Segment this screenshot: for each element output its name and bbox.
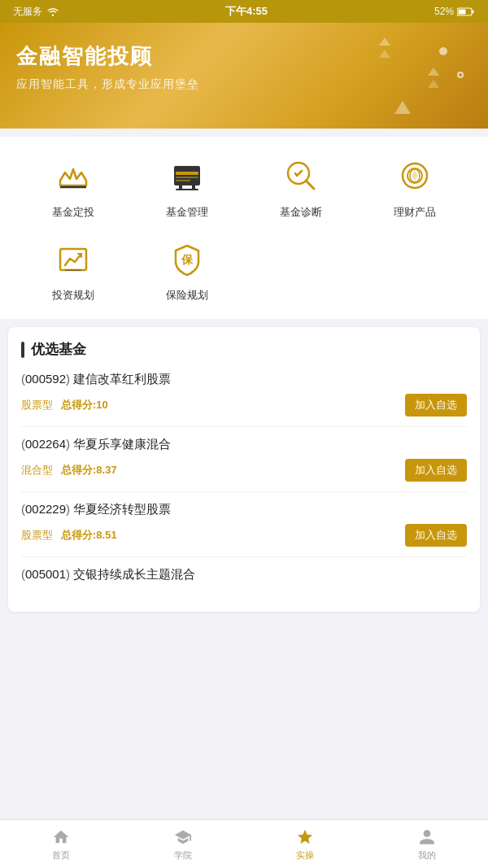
fund-type-0: 股票型 [21, 398, 53, 412]
grid-label-wealth-product: 理财产品 [394, 205, 436, 220]
grid-item-insurance-plan[interactable]: 保 保险规划 [130, 236, 244, 303]
svg-rect-5 [174, 166, 200, 185]
icon-grid-row2: 投资规划 保 保险规划 [8, 236, 480, 303]
fund-score-0: 总得分:10 [61, 398, 108, 412]
fund-score-2: 总得分:8.51 [61, 528, 117, 543]
mine-icon [417, 827, 437, 847]
nav-item-mine[interactable]: 我的 [366, 820, 488, 868]
deco-arrows-left [379, 37, 390, 58]
svg-rect-8 [176, 180, 190, 181]
nav-label-home: 首页 [52, 849, 70, 861]
section-title: 优选基金 [21, 340, 467, 359]
status-time: 下午4:55 [225, 4, 268, 19]
hero-title: 金融智能投顾 [16, 42, 472, 71]
fund-meta-0: 股票型 总得分:10 加入自选 [21, 394, 467, 417]
fund-meta-left-1: 混合型 总得分:8.37 [21, 463, 117, 478]
grid-item-fund-manage[interactable]: 基金管理 [130, 153, 244, 220]
grid-placeholder-1 [244, 236, 358, 303]
bottom-nav: 首页 学院 实操 我的 [0, 819, 488, 868]
fund-name-3: (005001) 交银持续成长主题混合 [21, 567, 467, 582]
grid-label-insurance-plan: 保险规划 [166, 288, 208, 303]
fund-manage-icon [164, 153, 210, 198]
fund-score-1: 总得分:8.37 [61, 463, 117, 478]
grid-label-invest-plan: 投资规划 [52, 288, 94, 303]
grid-item-fund-diagnose[interactable]: 基金诊断 [244, 153, 358, 220]
grid-item-wealth-product[interactable]: 理财产品 [358, 153, 472, 220]
fund-section: 优选基金 (000592) 建信改革红利股票 股票型 总得分:10 加入自选 [8, 327, 480, 612]
svg-marker-16 [412, 170, 418, 181]
nav-item-home[interactable]: 首页 [0, 820, 122, 868]
fund-meta-1: 混合型 总得分:8.37 加入自选 [21, 459, 467, 482]
grid-label-fund-fixed: 基金定投 [52, 205, 94, 220]
deco-circle [439, 47, 447, 55]
icon-grid: 基金定投 基金管理 [8, 153, 480, 220]
status-bar: 无服务 下午4:55 52% [0, 0, 488, 23]
svg-text:保: 保 [181, 253, 194, 266]
fund-meta-left-0: 股票型 总得分:10 [21, 398, 108, 412]
invest-plan-icon [50, 236, 96, 281]
fund-name-0: (000592) 建信改革红利股票 [21, 372, 467, 387]
nav-label-mine: 我的 [418, 849, 436, 861]
fund-item-1: (002264) 华夏乐享健康混合 混合型 总得分:8.37 加入自选 [21, 437, 467, 492]
fund-meta-left-2: 股票型 总得分:8.51 [21, 528, 117, 543]
svg-rect-1 [473, 10, 474, 13]
fund-item-3: (005001) 交银持续成长主题混合 [21, 567, 467, 599]
fund-item-2: (002229) 华夏经济转型股票 股票型 总得分:8.51 加入自选 [21, 502, 467, 557]
nav-label-practice: 实操 [296, 849, 314, 861]
svg-rect-10 [192, 185, 195, 189]
fund-name-2: (002229) 华夏经济转型股票 [21, 502, 467, 517]
svg-rect-7 [176, 177, 198, 178]
svg-rect-9 [179, 185, 182, 189]
add-btn-1[interactable]: 加入自选 [405, 459, 467, 482]
svg-rect-6 [176, 172, 198, 175]
wealth-product-icon [392, 153, 438, 198]
fund-type-1: 混合型 [21, 463, 53, 478]
grid-item-invest-plan[interactable]: 投资规划 [16, 236, 130, 303]
fund-diagnose-icon [278, 153, 324, 198]
grid-placeholder-2 [358, 236, 472, 303]
fund-fixed-icon [50, 153, 96, 198]
svg-rect-11 [176, 189, 198, 190]
svg-line-13 [306, 181, 314, 189]
deco-arrow-up [394, 101, 411, 114]
fund-type-2: 股票型 [21, 528, 53, 543]
grid-section: 基金定投 基金管理 [0, 137, 488, 319]
status-carrier: 无服务 [13, 5, 59, 19]
hero-subtitle: 应用智能工具，形成专业应用堡垒 [16, 77, 472, 92]
status-battery: 52% [434, 6, 475, 17]
wifi-icon [47, 7, 59, 16]
grid-item-fund-fixed[interactable]: 基金定投 [16, 153, 130, 220]
svg-marker-3 [60, 169, 86, 185]
deco-circle-outline [457, 72, 464, 78]
nav-item-academy[interactable]: 学院 [122, 820, 244, 868]
svg-rect-2 [459, 9, 466, 14]
insurance-plan-icon: 保 [164, 236, 210, 281]
nav-label-academy: 学院 [174, 849, 192, 861]
fund-name-1: (002264) 华夏乐享健康混合 [21, 437, 467, 452]
grid-label-fund-diagnose: 基金诊断 [280, 205, 322, 220]
battery-icon [457, 7, 475, 16]
practice-icon [295, 827, 315, 847]
deco-arrows-right [428, 68, 439, 88]
title-bar [21, 342, 24, 358]
academy-icon [173, 827, 193, 847]
add-btn-0[interactable]: 加入自选 [405, 394, 467, 417]
home-icon [51, 827, 71, 847]
fund-item-0: (000592) 建信改革红利股票 股票型 总得分:10 加入自选 [21, 372, 467, 427]
hero-banner: 金融智能投顾 应用智能工具，形成专业应用堡垒 [0, 23, 488, 129]
nav-item-practice[interactable]: 实操 [244, 820, 366, 868]
grid-label-fund-manage: 基金管理 [166, 205, 208, 220]
add-btn-2[interactable]: 加入自选 [405, 524, 467, 547]
fund-meta-2: 股票型 总得分:8.51 加入自选 [21, 524, 467, 547]
svg-rect-17 [60, 249, 86, 270]
